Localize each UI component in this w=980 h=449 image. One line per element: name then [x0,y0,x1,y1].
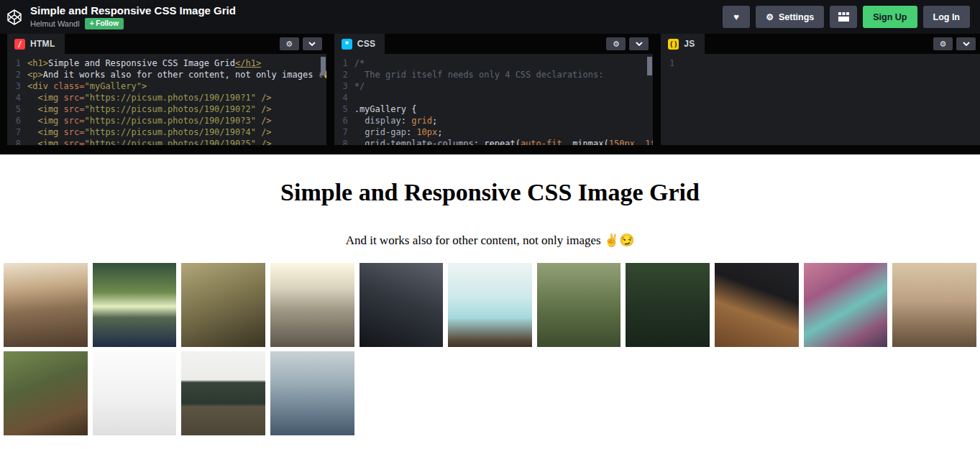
follow-button[interactable]: + Follow [85,18,124,29]
css-editor-panel: * CSS ⚙ 1/*2 The grid itself needs only … [334,34,654,145]
code-line: 1/* [334,57,654,69]
chevron-down-icon [636,42,643,46]
blue-lagoon-image [448,263,532,347]
code-line: 1 [661,57,980,69]
html-panel-header: / HTML ⚙ [7,34,326,54]
tab-js[interactable]: () JS [661,34,704,54]
css-icon: * [342,39,352,50]
panel-left-margin [0,34,7,145]
css-editor-scrollbar[interactable] [647,57,652,75]
css-tab-label: CSS [357,39,376,49]
editor-preview-resizer[interactable] [0,145,980,154]
guitar-headstock-image [181,263,265,347]
code-line: 4 [334,92,654,103]
treeline-meadow-image [181,351,265,435]
html-css-resizer[interactable] [326,34,334,145]
js-panel-header: () JS ⚙ [661,34,980,54]
css-js-resizer[interactable] [653,34,661,145]
js-tab-label: JS [684,39,695,49]
css-editor-settings-button[interactable]: ⚙ [606,37,626,50]
preview-subtitle: And it works also for other content, not… [0,233,980,248]
patterned-scarf-image [804,263,888,347]
css-code-editor[interactable]: 1/*2 The grid itself needs only 4 CSS de… [334,54,654,145]
ferris-wheel-image [93,351,177,435]
pine-forest-image [537,263,621,347]
preview-heading: Simple and Responsive CSS Image Grid [0,178,980,206]
codepen-logo-icon[interactable] [6,9,23,26]
editor-row: / HTML ⚙ 1<h1>Simple and Responsive CSS … [0,34,980,145]
forest-highway-aerial-image [626,263,710,347]
cafe-interior-image [4,263,88,347]
overgrown-truck-cab-image [4,351,88,435]
code-line: 8 <img src="https://picsum.photos/190/19… [7,138,326,145]
pen-author[interactable]: Helmut Wandl [30,19,80,28]
code-line: 3*/ [334,80,654,92]
html-editor-settings-button[interactable]: ⚙ [280,37,299,50]
gear-icon: ⚙ [766,13,774,22]
signup-button[interactable]: Sign Up [863,6,917,28]
js-code-editor[interactable]: 1 [661,54,980,145]
code-line: 5.myGallery { [334,103,654,115]
code-line: 3<div class="myGallery"> [7,80,326,92]
image-grid [4,263,976,435]
gear-icon: ⚙ [613,40,620,49]
snowy-rooftops-image [270,351,354,435]
code-line: 6 <img src="https://picsum.photos/190/19… [7,115,326,126]
codepen-app: Simple and Responsive CSS Image Grid Hel… [0,0,980,449]
like-button[interactable]: ♥ [723,6,750,28]
settings-label: Settings [779,12,814,22]
layout-view-button[interactable] [830,6,857,28]
html-code-editor[interactable]: 1<h1>Simple and Responsive CSS Image Gri… [7,54,326,145]
city-skyline-sun-image [270,263,354,347]
laptop-phone-desk-image [715,263,799,347]
html-editor-panel: / HTML ⚙ 1<h1>Simple and Responsive CSS … [7,34,326,145]
code-line: 5 <img src="https://picsum.photos/190/19… [7,103,326,115]
code-line: 4 <img src="https://picsum.photos/190/19… [7,92,326,103]
code-line: 6 display: grid; [334,115,654,126]
wet-rock-texture-image [360,263,444,347]
chevron-down-icon [308,42,316,46]
html-icon: / [14,39,25,50]
js-editor-collapse-button[interactable] [956,37,976,50]
pen-title: Simple and Responsive CSS Image Grid [30,4,236,17]
js-icon: () [668,39,679,50]
gear-icon: ⚙ [285,40,293,49]
html-tab-label: HTML [30,39,55,49]
layout-grid-icon [838,12,849,22]
preview-pane: Simple and Responsive CSS Image Grid And… [0,154,980,449]
html-editor-scrollbar[interactable] [321,57,326,75]
tab-css[interactable]: * CSS [334,34,385,54]
heart-icon: ♥ [733,12,739,22]
js-editor-settings-button[interactable]: ⚙ [933,37,953,50]
login-button[interactable]: Log In [923,6,971,28]
dead-trees-fog-image [892,263,976,347]
settings-button[interactable]: ⚙ Settings [756,6,824,28]
gear-icon: ⚙ [940,40,947,49]
code-line: 8 grid-template-columns: repeat(auto-fit… [334,138,654,145]
tab-html[interactable]: / HTML [7,34,65,54]
forest-road-sunrise-image [93,263,177,347]
code-line: 7 grid-gap: 10px; [334,126,654,138]
header: Simple and Responsive CSS Image Grid Hel… [0,0,980,34]
js-editor-panel: () JS ⚙ 1 [661,34,980,145]
css-editor-collapse-button[interactable] [629,37,649,50]
code-line: 1<h1>Simple and Responsive CSS Image Gri… [7,57,326,69]
code-line: 2<p>And it works also for other content,… [7,69,326,80]
html-editor-collapse-button[interactable] [303,37,322,50]
css-panel-header: * CSS ⚙ [334,34,654,54]
chevron-down-icon [963,42,970,46]
code-line: 2 The grid itself needs only 4 CSS decla… [334,69,654,80]
code-line: 7 <img src="https://picsum.photos/190/19… [7,126,326,138]
